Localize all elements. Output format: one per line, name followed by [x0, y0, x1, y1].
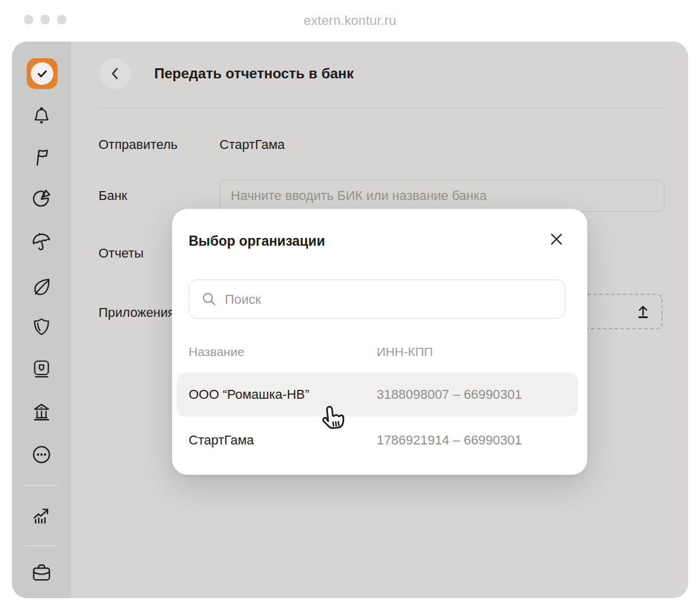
flag-icon[interactable]	[30, 146, 53, 169]
back-button[interactable]	[100, 58, 131, 89]
ellipsis-circle-icon[interactable]	[30, 443, 53, 466]
upload-icon	[634, 303, 652, 320]
modal-title: Выбор организации	[189, 233, 325, 249]
close-button[interactable]	[546, 228, 567, 250]
logo-check-icon[interactable]	[27, 58, 58, 89]
reports-label: Отчеты	[98, 246, 144, 261]
org-name: ООО “Ромашка-НВ”	[189, 387, 309, 402]
bell-icon[interactable]	[30, 106, 53, 128]
sender-value: СтартГама	[219, 137, 285, 153]
attachments-label: Приложения	[98, 305, 175, 320]
growth-chart-icon[interactable]	[30, 505, 53, 528]
leaf-icon[interactable]	[30, 275, 53, 298]
org-row-romashka[interactable]: ООО “Ромашка-НВ” 3188098007 – 66990301	[177, 373, 578, 417]
sidebar	[12, 42, 71, 598]
close-icon	[549, 231, 564, 247]
browser-titlebar: extern.kontur.ru	[0, 0, 700, 42]
umbrella-icon[interactable]	[30, 231, 53, 253]
bank-input[interactable]	[219, 180, 664, 212]
book-icon[interactable]	[30, 358, 53, 380]
search-icon	[201, 291, 217, 307]
column-header-name: Название	[189, 344, 244, 360]
org-select-modal: Выбор организации Название ИНН-КПП ООО “…	[172, 209, 587, 475]
sidebar-divider	[25, 485, 58, 486]
logo-disc	[31, 62, 53, 85]
sidebar-divider	[25, 545, 58, 547]
org-search	[189, 280, 565, 319]
org-row-startgama[interactable]: СтартГама 1786921914 – 66990301	[177, 417, 578, 461]
search-input[interactable]	[224, 280, 558, 319]
org-inn-kpp: 3188098007 – 66990301	[377, 387, 522, 402]
app-window: extern.kontur.ru	[0, 0, 700, 616]
header-divider	[98, 108, 667, 109]
pie-chart-icon[interactable]	[30, 186, 53, 209]
page-title: Передать отчетность в банк	[154, 65, 354, 82]
bank-icon[interactable]	[30, 401, 53, 423]
address-url: extern.kontur.ru	[0, 13, 700, 28]
column-header-inn: ИНН-КПП	[377, 344, 433, 360]
shield-icon[interactable]	[30, 316, 53, 338]
bank-label: Банк	[98, 188, 127, 204]
org-inn-kpp: 1786921914 – 66990301	[377, 433, 522, 448]
sender-label: Отправитель	[98, 137, 177, 153]
org-name: СтартГама	[189, 433, 254, 448]
briefcase-icon[interactable]	[30, 562, 53, 585]
